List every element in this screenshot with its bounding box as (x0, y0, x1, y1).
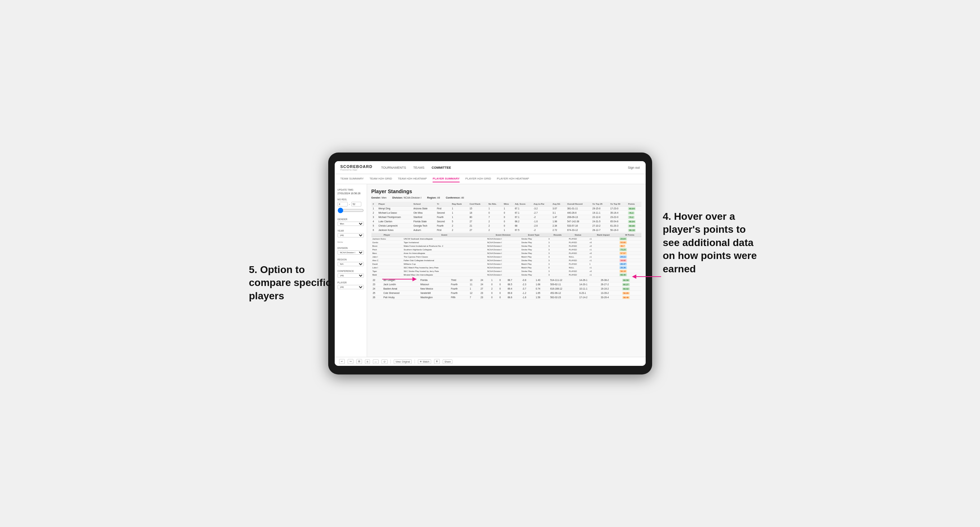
event-row: David Williams Cup NCAA Division I Match… (371, 262, 641, 266)
no-rds-max-input[interactable] (351, 202, 361, 206)
ev-col-points: W Points (618, 233, 641, 237)
event-row: Pitch Southern Highlands Collegiate NCAA… (371, 248, 641, 251)
no-rds-label: No Rds. (337, 198, 364, 201)
toolbar-sep2 (415, 359, 415, 364)
sign-out-link[interactable]: Sign out (628, 166, 640, 170)
conference-section: Conference (All) (337, 270, 364, 278)
toolbar-download[interactable]: ⬇ (434, 359, 440, 364)
division-select[interactable]: NCAA Division I (337, 250, 364, 255)
nav-items: TOURNAMENTS TEAMS COMMITTEE (381, 165, 628, 170)
toolbar-dash[interactable]: — (373, 359, 379, 364)
col-adj-score: Adj. Score (513, 202, 532, 206)
niche-section: Niche (337, 241, 364, 243)
conference-label: Conference (337, 270, 364, 272)
event-row: Jake I The Cypress Point Classic NCAA Di… (371, 255, 641, 259)
col-yr: Yr (436, 202, 450, 206)
tab-team-h2h-heatmap[interactable]: TEAM H2H HEATMAP (398, 176, 427, 183)
ev-col-rounds: Rounds (547, 233, 568, 237)
col-avg-sg: Avg SG (551, 202, 566, 206)
ev-col-division: Event Division (486, 233, 520, 237)
table-row: 25 Cole Sherwood Vanderbilt Fourth 12 23… (371, 291, 641, 295)
table-row: 23 Jack Lundin Missouri Fourth 11 24 0 0… (371, 283, 641, 287)
year-label: Year (337, 230, 364, 232)
toolbar-redo[interactable]: ↪ (348, 359, 353, 364)
conference-select[interactable]: (All) (337, 273, 364, 278)
ev-col-status: Status (568, 233, 589, 237)
event-row: Alex C Fallen Oak Collegiate Invitationa… (371, 259, 641, 262)
col-no-rds: No Rds. (487, 202, 502, 206)
toolbar-clock[interactable]: ⏱ (382, 359, 388, 364)
col-reg-rank: Reg Rank (450, 202, 468, 206)
event-row: Luke I SEC Match Play hosted by Jerry Pa… (371, 266, 641, 270)
col-record: Overall Record (566, 202, 591, 206)
toolbar-view[interactable]: View: Original (394, 359, 412, 364)
col-points: Points (627, 202, 641, 206)
nav-tournaments[interactable]: TOURNAMENTS (381, 165, 406, 170)
tab-player-summary[interactable]: PLAYER SUMMARY (433, 176, 460, 183)
toolbar-grid[interactable]: ⊞ (356, 359, 362, 364)
event-row: Jackson Koivu UNCW Seahawk Intercollegia… (371, 237, 641, 241)
toolbar-watch[interactable]: 👁 Watch (418, 359, 431, 364)
annotation-hover-points: 4. Hover over a player's points to see a… (663, 210, 764, 276)
conference-filter: Conference: All (446, 197, 464, 199)
tab-player-h2h-grid[interactable]: PLAYER H2H GRID (465, 176, 491, 183)
ev-col-rank: Rank Impact (589, 233, 618, 237)
ev-col-player: Player (371, 233, 403, 237)
col-player: Player (377, 202, 412, 206)
logo-sub: Powered by clippi (340, 169, 372, 171)
ev-col-event: Event (402, 233, 486, 237)
player-label: Player (337, 281, 364, 284)
year-select[interactable]: (All) (337, 233, 364, 237)
region-select[interactable]: N/A (337, 262, 364, 266)
bottom-standings-table: 22 Ian Gilligan Florida Third 10 24 1 0 … (371, 278, 641, 300)
region-filter: Region: All (427, 197, 440, 199)
table-row: 26 Petr Hruby Washington Fifth 7 23 0 0 … (371, 295, 641, 300)
gender-select[interactable]: Men Women (337, 222, 364, 226)
table-row: 6 Jackson Koivu Auburn First 2 27 2 1 67… (371, 228, 641, 232)
col-school: School (412, 202, 436, 206)
tablet-frame: SCOREBOARD Powered by clippi TOURNAMENTS… (328, 152, 652, 375)
toolbar-share[interactable]: Share (443, 359, 452, 364)
event-row: Gordo Tiger Invitational NCAA Division I… (371, 241, 641, 244)
nav-committee[interactable]: COMMITTEE (431, 165, 451, 170)
gender-label: Gender (337, 218, 364, 221)
ev-col-type: Event Type (520, 233, 547, 237)
table-row: 1 Wenyi Ding Arizona State First 1 15 1 … (371, 206, 641, 211)
toolbar-undo[interactable]: ↩ (339, 359, 345, 364)
event-row: Tiger SEC Stroke Play hosted by Jerry Pa… (371, 270, 641, 273)
tab-team-summary[interactable]: TEAM SUMMARY (340, 176, 364, 183)
sub-nav: TEAM SUMMARY TEAM H2H GRID TEAM H2H HEAT… (335, 174, 646, 184)
toolbar-sep1 (390, 359, 391, 364)
col-num: # (371, 202, 377, 206)
toolbar-copy[interactable]: ⎘ (365, 359, 370, 364)
gender-section: Gender Men Women (337, 218, 364, 226)
gender-filter: Gender: Men (371, 197, 387, 199)
no-rds-range[interactable] (337, 208, 364, 213)
table-row: 4 Luke Clanton Florida State Second 5 27… (371, 219, 641, 224)
col-vs25: Vs Top 25 (591, 202, 609, 206)
table-row: 5 Christo Lamprecht Georgia Tech Fourth … (371, 224, 641, 228)
sidebar: Update time: 27/01/2024 16:56:26 No Rds.… (335, 184, 367, 357)
logo-text: SCOREBOARD (340, 164, 372, 169)
division-section: Division NCAA Division I (337, 247, 364, 255)
top-nav: SCOREBOARD Powered by clippi TOURNAMENTS… (335, 161, 646, 174)
annotation-compare-players: 5. Option to compare specific players (249, 264, 336, 303)
content-area: Player Standings Gender: Men Division: N… (367, 184, 646, 357)
update-time-label: Update time: (337, 189, 364, 191)
col-avg-par: Avg to-Par (532, 202, 551, 206)
division-label: Division (337, 247, 364, 249)
no-rds-section: No Rds. - (337, 198, 364, 214)
nav-teams[interactable]: TEAMS (413, 165, 424, 170)
table-row: 3 Michael Thorbjornsen Stanford Fourth 1… (371, 215, 641, 219)
player-select[interactable]: (All) (337, 285, 364, 289)
table-row: 22 Ian Gilligan Florida Third 10 24 1 0 … (371, 278, 641, 283)
division-filter: Division: NCAA Division I (392, 197, 422, 199)
filter-row: Gender: Men Division: NCAA Division I Re… (371, 197, 641, 199)
no-rds-min-input[interactable] (337, 202, 348, 206)
standings-table: # Player School Yr Reg Rank Conf Rank No… (371, 202, 641, 232)
tab-player-h2h-heatmap[interactable]: PLAYER H2H HEATMAP (497, 176, 530, 183)
tab-team-h2h-grid[interactable]: TEAM H2H GRID (370, 176, 392, 183)
tablet-screen: SCOREBOARD Powered by clippi TOURNAMENTS… (335, 161, 646, 366)
region-label: Region (337, 258, 364, 261)
update-time-value: 27/01/2024 16:56:26 (337, 192, 364, 195)
